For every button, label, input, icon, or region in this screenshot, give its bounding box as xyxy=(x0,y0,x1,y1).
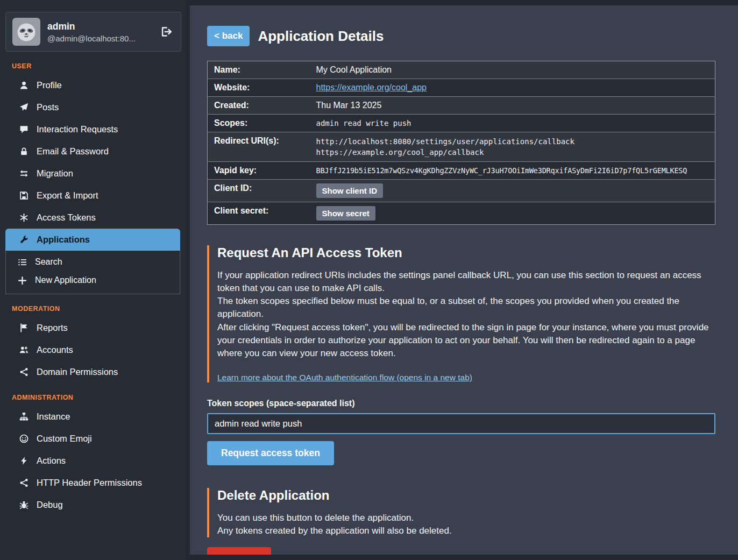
asterisk-icon xyxy=(18,213,29,222)
redirect-uri-value: http://localhost:8080/settings/user/appl… xyxy=(316,136,709,147)
request-token-description: If your application redirect URIs includ… xyxy=(217,269,715,360)
row-label: Created: xyxy=(208,97,310,115)
sidebar-item-accounts[interactable]: Accounts xyxy=(5,339,180,361)
wrench-icon xyxy=(18,235,29,244)
logout-icon[interactable] xyxy=(158,24,174,40)
avatar xyxy=(12,18,40,46)
sidebar-item-instance[interactable]: Instance xyxy=(5,406,180,428)
share-nodes-icon xyxy=(18,367,29,377)
sidebar-item-label: New Application xyxy=(35,275,96,285)
sidebar-item-export-import[interactable]: Export & Import xyxy=(5,185,180,207)
sidebar-section-label: USER xyxy=(12,62,186,70)
sidebar-item-label: Applications xyxy=(37,235,90,245)
paper-plane-icon xyxy=(18,103,29,112)
show-secret-button[interactable]: Show secret xyxy=(316,206,375,221)
sidebar-item-access-tokens[interactable]: Access Tokens xyxy=(5,207,180,229)
sidebar-item-applications[interactable]: Applications xyxy=(5,229,180,251)
description-paragraph: After clicking "Request access token", y… xyxy=(217,321,715,360)
sidebar-item-label: Debug xyxy=(37,500,63,510)
sidebar-nav: USERProfilePostsInteraction RequestsEmai… xyxy=(0,62,186,516)
plus-icon xyxy=(17,276,27,285)
sidebar-item-reports[interactable]: Reports xyxy=(5,317,180,339)
page-header: < back Application Details xyxy=(207,26,715,46)
users-icon xyxy=(18,345,29,355)
sidebar-item-label: Email & Password xyxy=(37,146,109,157)
bolt-icon xyxy=(18,456,29,465)
row-value: Thu Mar 13 2025 xyxy=(310,97,715,115)
user-card[interactable]: admin @admin@localhost:80... xyxy=(5,12,181,52)
delete-application-section: Delete Application You can use this butt… xyxy=(207,488,715,537)
page-title: Application Details xyxy=(258,28,384,45)
sidebar-item-domain-permissions[interactable]: Domain Permissions xyxy=(5,361,180,383)
sidebar-section-label: MODERATION xyxy=(12,305,186,313)
sidebar-item-interaction-requests[interactable]: Interaction Requests xyxy=(5,118,180,140)
table-row: Client ID:Show client ID xyxy=(208,180,715,202)
sidebar-item-label: Access Tokens xyxy=(37,212,96,223)
user-name: admin xyxy=(47,21,136,32)
user-icon xyxy=(18,81,29,90)
oauth-docs-link[interactable]: Learn more about the OAuth authenticatio… xyxy=(217,373,472,382)
sidebar-item-migration[interactable]: Migration xyxy=(5,162,180,185)
back-button[interactable]: < back xyxy=(207,26,250,46)
delete-button[interactable]: Delete xyxy=(207,547,271,555)
sidebar-item-label: Posts xyxy=(37,102,59,112)
row-value: https://example.org/cool_app xyxy=(310,79,715,97)
main-column: < back Application Details Name:My Cool … xyxy=(186,0,738,560)
sidebar-item-label: HTTP Header Permissions xyxy=(37,478,142,488)
sidebar-item-label: Custom Emoji xyxy=(37,434,92,444)
row-value: Show client ID xyxy=(310,180,715,202)
user-meta: admin @admin@localhost:80... xyxy=(47,21,136,43)
sidebar-item-label: Reports xyxy=(37,323,68,333)
sidebar-item-label: Export & Import xyxy=(37,190,98,201)
sidebar-item-posts[interactable]: Posts xyxy=(5,96,180,118)
table-row: Website:https://example.org/cool_app xyxy=(208,79,715,97)
row-label: Name: xyxy=(208,61,310,79)
sidebar-item-email-password[interactable]: Email & Password xyxy=(5,140,180,162)
show-client-id-button[interactable]: Show client ID xyxy=(316,183,384,198)
row-value: BBJffJ219b5iE512m7wQSzv4KgKDhgZZVzNyWC_r… xyxy=(310,162,715,180)
row-label: Vapid key: xyxy=(208,162,310,180)
sidebar-item-label: Accounts xyxy=(37,345,73,355)
sidebar-item-label: Migration xyxy=(37,168,73,179)
sidebar-item-debug[interactable]: Debug xyxy=(5,494,180,516)
table-row: Created:Thu Mar 13 2025 xyxy=(208,97,715,115)
row-value: http://localhost:8080/settings/user/appl… xyxy=(310,132,715,162)
bug-icon xyxy=(18,500,29,509)
row-label: Client ID: xyxy=(208,180,310,202)
website-link[interactable]: https://example.org/cool_app xyxy=(316,83,427,92)
sidebar-item-label: Search xyxy=(35,257,62,267)
token-scopes-label: Token scopes (space-separated list) xyxy=(207,399,715,408)
sidebar-item-label: Domain Permissions xyxy=(37,367,118,377)
row-value: admin read write push xyxy=(310,115,715,132)
row-label: Redirect URI(s): xyxy=(208,132,310,162)
sidebar-item-profile[interactable]: Profile xyxy=(5,74,180,96)
sidebar-item-search[interactable]: Search xyxy=(6,253,180,271)
request-access-token-button[interactable]: Request access token xyxy=(207,441,334,465)
sidebar-item-label: Actions xyxy=(37,456,66,466)
token-scopes-input[interactable] xyxy=(207,413,715,434)
sidebar-section-label: ADMINISTRATION xyxy=(12,394,186,401)
table-row: Vapid key:BBJffJ219b5iE512m7wQSzv4KgKDhg… xyxy=(208,162,715,180)
table-row: Scopes:admin read write push xyxy=(208,115,715,132)
request-token-title: Request An API Access Token xyxy=(217,245,715,260)
row-value: Show secret xyxy=(310,202,715,225)
row-value: My Cool Application xyxy=(310,61,715,79)
description-paragraph: If your application redirect URIs includ… xyxy=(217,269,715,295)
table-row: Redirect URI(s):http://localhost:8080/se… xyxy=(208,132,715,162)
sidebar-submenu: SearchNew Application xyxy=(5,251,180,294)
share-nodes-icon xyxy=(18,478,29,487)
sidebar-item-new-application[interactable]: New Application xyxy=(6,271,180,289)
sidebar-item-actions[interactable]: Actions xyxy=(5,450,180,472)
mono-value: admin read write push xyxy=(316,119,411,127)
smile-icon xyxy=(18,434,29,443)
redirect-uri-value: https://example.org/cool_app/callback xyxy=(316,147,709,158)
delete-description-line: You can use this button to delete the ap… xyxy=(217,512,715,524)
sidebar-item-custom-emoji[interactable]: Custom Emoji xyxy=(5,428,180,450)
sidebar-item-http-header-permissions[interactable]: HTTP Header Permissions xyxy=(5,472,180,494)
sidebar: admin @admin@localhost:80... USERProfile… xyxy=(0,0,186,560)
application-details-table: Name:My Cool ApplicationWebsite:https://… xyxy=(207,61,715,225)
delete-application-description: You can use this button to delete the ap… xyxy=(217,512,715,537)
row-label: Scopes: xyxy=(208,115,310,132)
sitemap-icon xyxy=(18,412,29,421)
description-paragraph: The token scopes specified below must be… xyxy=(217,295,715,321)
